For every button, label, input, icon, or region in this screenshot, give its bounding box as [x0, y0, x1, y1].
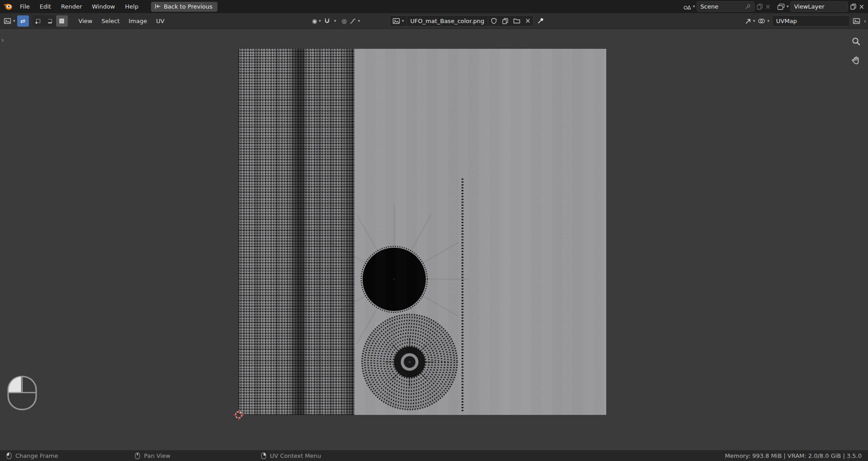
shield-icon	[491, 18, 497, 24]
editor-type-dropdown[interactable]: ▾	[4, 18, 15, 24]
view-layer-name-field[interactable]: ViewLayer	[790, 1, 848, 12]
vertex-select-mode-button[interactable]	[33, 15, 44, 27]
mouse-left-button-highlight	[9, 377, 21, 393]
back-to-previous-label: Back to Previous	[164, 3, 212, 10]
vertex-select-icon	[35, 18, 42, 24]
uv-overlay	[238, 49, 606, 415]
proportional-falloff-dropdown[interactable]: ▾	[349, 18, 360, 24]
mouse-drag-indicator	[5, 375, 39, 413]
unlink-image-button[interactable]: ×	[523, 16, 533, 26]
uv-editor-viewport[interactable]: ›	[0, 29, 868, 450]
black-circle-island	[361, 246, 427, 312]
hand-icon	[852, 56, 860, 65]
image-icon	[392, 18, 400, 24]
menu-uv-uv[interactable]: UV	[151, 16, 169, 26]
add-view-layer-button[interactable]	[850, 3, 857, 10]
face-select-icon	[58, 18, 65, 24]
menu-edit[interactable]: Edit	[35, 1, 56, 12]
select-mode-group	[33, 15, 68, 27]
menu-file[interactable]: File	[15, 1, 34, 12]
face-select-mode-button[interactable]	[56, 15, 68, 27]
viewport-nav-controls	[850, 35, 862, 66]
statusbar: Change Frame Pan View UV Context Menu Me…	[0, 450, 868, 461]
view-layer-icon	[777, 3, 785, 10]
back-to-previous-button[interactable]: Back to Previous	[151, 2, 217, 12]
image-name[interactable]: UFO_mat_Base_color.png	[406, 16, 489, 26]
sync-select-icon: ⇄	[20, 18, 25, 24]
uv-2d-cursor	[233, 409, 244, 420]
remove-view-layer-button[interactable]: ×	[859, 3, 864, 11]
scene-name-field[interactable]: Scene	[697, 1, 755, 12]
view-layer-name: ViewLayer	[794, 3, 824, 10]
snap-toggle-button[interactable]	[324, 18, 330, 24]
pin-icon[interactable]	[745, 4, 751, 10]
blender-logo-icon[interactable]	[4, 3, 13, 11]
falloff-curve-icon	[349, 18, 356, 24]
mouse-middle-icon	[135, 452, 140, 460]
uv-editor-header: ▾ ⇄ View Select Image UV	[0, 13, 868, 29]
header-collapse-arrow[interactable]: ‹	[864, 18, 866, 24]
menu-help[interactable]: Help	[121, 1, 143, 12]
uv-image-canvas[interactable]	[238, 49, 606, 415]
menu-uv-image[interactable]: Image	[124, 16, 152, 26]
image-editor-icon	[4, 18, 11, 24]
snap-settings-dropdown[interactable]: ▾	[333, 19, 336, 23]
topbar-right-cluster: ▾ Scene × ▾ ViewLay	[683, 1, 864, 12]
new-scene-button[interactable]	[756, 3, 763, 10]
zoom-icon	[852, 37, 860, 46]
editor-menus: View Select Image UV	[74, 16, 169, 26]
gizmos-dropdown[interactable]: ▾	[745, 18, 755, 24]
folder-icon	[513, 18, 520, 24]
edge-select-mode-button[interactable]	[44, 15, 56, 27]
back-arrow-icon	[154, 3, 161, 9]
image-selector: ▾ UFO_mat_Base_color.png ×	[390, 15, 533, 27]
uvmap-name: UVMap	[776, 18, 797, 24]
header-right-cluster: ▾ ▾ UVMap ‹	[745, 13, 866, 28]
unlink-scene-button[interactable]: ×	[765, 3, 771, 11]
magnet-icon	[324, 18, 330, 24]
hint-label: UV Context Menu	[270, 452, 321, 459]
transform-tools-cluster: ◉ ▾ ▾ ◎ ▾	[312, 13, 360, 28]
image-selector-cluster: ▾ UFO_mat_Base_color.png ×	[390, 13, 544, 28]
open-image-button[interactable]	[511, 16, 523, 26]
proportional-icon: ◎	[341, 18, 346, 24]
display-channels-button[interactable]	[853, 18, 860, 24]
scene-icon	[683, 3, 691, 10]
active-uvmap-field[interactable]: UVMap	[772, 15, 850, 27]
hint-change-frame: Change Frame	[6, 452, 58, 460]
system-stats: Memory: 993.8 MiB | VRAM: 2.0/8.0 GiB | …	[725, 452, 862, 459]
pivot-point-dropdown[interactable]: ◉ ▾	[312, 18, 321, 24]
menu-render[interactable]: Render	[57, 1, 86, 12]
hint-uv-context-menu: UV Context Menu	[261, 452, 321, 460]
image-pin-toggle[interactable]	[537, 17, 544, 24]
mouse-right-icon	[261, 452, 266, 460]
duplicate-icon	[756, 3, 763, 10]
overlays-dropdown[interactable]: ▾	[758, 18, 769, 24]
radial-disc-core	[385, 338, 434, 386]
proportional-editing-toggle[interactable]: ◎	[341, 18, 346, 24]
new-image-button[interactable]	[500, 16, 511, 26]
pan-tool-button[interactable]	[850, 54, 862, 66]
uv-sync-selection-toggle[interactable]: ⇄	[17, 15, 29, 27]
gizmo-arrow-icon	[745, 18, 751, 24]
hint-label: Pan View	[144, 452, 170, 459]
overlays-icon	[758, 18, 765, 24]
hint-pan-view: Pan View	[135, 452, 170, 460]
pin-icon	[537, 17, 544, 24]
toolbar-expand-arrow[interactable]: ›	[1, 36, 4, 44]
pivot-icon: ◉	[312, 18, 317, 24]
menu-window[interactable]: Window	[87, 1, 119, 12]
scene-browse-dropdown[interactable]: ▾	[683, 3, 695, 10]
zoom-tool-button[interactable]	[850, 35, 862, 47]
menu-uv-select[interactable]: Select	[97, 16, 124, 26]
image-icon	[853, 18, 860, 24]
view-layer-dropdown[interactable]: ▾	[777, 3, 789, 10]
fake-user-toggle[interactable]	[488, 16, 500, 26]
browse-image-dropdown[interactable]: ▾	[390, 16, 406, 26]
menu-uv-view[interactable]: View	[74, 16, 97, 26]
edge-select-icon	[47, 18, 53, 24]
topbar: File Edit Render Window Help Back to Pre…	[0, 0, 868, 13]
hint-label: Change Frame	[15, 452, 58, 459]
scene-name: Scene	[700, 3, 718, 10]
duplicate-icon	[850, 3, 857, 10]
